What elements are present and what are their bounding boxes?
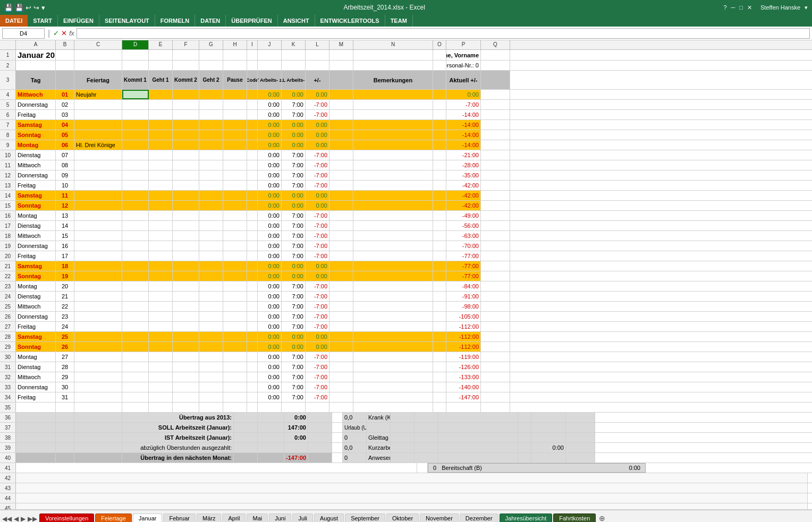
cell-A7[interactable]: Samstag [16,120,56,130]
cell-G11[interactable] [199,160,223,170]
cell-O13[interactable] [433,181,446,190]
cell-K10[interactable]: 7:00 [282,150,306,160]
cell-D8[interactable] [122,130,149,140]
cell-B8[interactable]: 05 [56,130,74,140]
cell-N9[interactable] [353,140,433,150]
cell-D10[interactable] [122,150,149,160]
cell-F6[interactable] [173,110,199,119]
cell-E2[interactable] [149,61,173,70]
cell-J15[interactable]: 0:00 [258,201,282,210]
cell-I4[interactable] [247,90,258,99]
cell-M10[interactable] [329,150,353,160]
cell-A14[interactable]: Samstag [16,191,56,200]
cell-C2[interactable] [74,61,122,70]
tab-seitenlayout[interactable]: SEITENLAYOUT [99,15,155,27]
cell-O15[interactable] [433,201,446,210]
cell-Q7[interactable] [481,120,510,130]
tab-juli[interactable]: Juli [292,514,313,522]
cell-B12[interactable]: 09 [56,170,74,180]
cell-P4-aktuell[interactable]: 0:00 [446,90,481,99]
cell-A13[interactable]: Freitag [16,181,56,190]
cell-Q3[interactable] [481,71,510,89]
col-header-K[interactable]: K [282,40,306,49]
cell-G14[interactable] [199,191,223,200]
cell-D2[interactable] [122,61,149,70]
cell-N1[interactable] [353,50,433,60]
col-header-P[interactable]: P [446,40,481,49]
cell-J13[interactable]: 0:00 [258,181,282,190]
tab-ueberpruefen[interactable]: ÜBERPRÜFEN [226,15,277,27]
cell-C15[interactable] [74,201,122,210]
cell-F9[interactable] [173,140,199,150]
cell-I1[interactable] [247,50,258,60]
cell-G10[interactable] [199,150,223,160]
cell-C4-feiertag[interactable]: Neujahr [74,90,122,99]
cell-M6[interactable] [329,110,353,119]
cell-P8[interactable]: -14:00 [446,130,481,140]
cancel-formula-icon[interactable]: ✕ [61,29,67,37]
cell-J11[interactable]: 0:00 [258,160,282,170]
cell-M3[interactable] [329,71,353,89]
cell-M9[interactable] [329,140,353,150]
tab-maerz[interactable]: März [197,514,221,522]
cell-H9[interactable] [223,140,247,150]
add-sheet-button[interactable]: ⊕ [599,514,605,522]
cell-N12[interactable] [353,170,433,180]
cell-P11[interactable]: -28:00 [446,160,481,170]
cell-G8[interactable] [199,130,223,140]
tab-april[interactable]: April [222,514,246,522]
cell-A11[interactable]: Mittwoch [16,160,56,170]
tab-jahresuebersicht[interactable]: Jahresübersicht [500,514,553,522]
cell-K13[interactable]: 7:00 [282,181,306,190]
cell-G3[interactable]: Geht 2 [199,71,223,89]
cell-D13[interactable] [122,181,149,190]
cell-H4[interactable] [223,90,247,99]
tab-voreinstellungen[interactable]: Voreinstellungen [39,514,94,522]
cell-E7[interactable] [149,120,173,130]
cell-F5[interactable] [173,100,199,109]
cell-M12[interactable] [329,170,353,180]
cell-D6[interactable] [122,110,149,119]
tab-november[interactable]: November [420,514,459,522]
cell-D11[interactable] [122,160,149,170]
col-header-I[interactable]: I [247,40,258,49]
cell-I13[interactable] [247,181,258,190]
cell-H15[interactable] [223,201,247,210]
cell-F11[interactable] [173,160,199,170]
cell-I5[interactable] [247,100,258,109]
cell-N10[interactable] [353,150,433,160]
cell-F4[interactable] [173,90,199,99]
cell-C13[interactable] [74,181,122,190]
cell-L10[interactable]: -7:00 [306,150,329,160]
cell-L14[interactable]: 0:00 [306,191,329,200]
cell-I14[interactable] [247,191,258,200]
cell-C5[interactable] [74,100,122,109]
cell-P2[interactable]: Personal-Nr.: 0 [446,61,481,70]
cell-K3[interactable]: SOLL Arbeits- zeit [282,71,306,89]
col-header-O[interactable]: O [433,40,446,49]
cell-O4[interactable] [433,90,446,99]
col-header-F[interactable]: F [173,40,199,49]
cell-F14[interactable] [173,191,199,200]
cell-M4[interactable] [329,90,353,99]
tab-juni[interactable]: Juni [269,514,291,522]
cell-L4-pm[interactable]: 0:00 [306,90,329,99]
col-header-H[interactable]: H [223,40,247,49]
cell-K9[interactable]: 0:00 [282,140,306,150]
cell-I12[interactable] [247,170,258,180]
cell-P10[interactable]: -21:00 [446,150,481,160]
cell-O1[interactable] [433,50,446,60]
cell-L5[interactable]: -7:00 [306,100,329,109]
cell-K11[interactable]: 7:00 [282,160,306,170]
cell-D15[interactable] [122,201,149,210]
cell-N4[interactable] [353,90,433,99]
cell-D5[interactable] [122,100,149,109]
cell-D1[interactable] [122,50,149,60]
cell-B10[interactable]: 07 [56,150,74,160]
cell-K15[interactable]: 0:00 [282,201,306,210]
cell-Q4[interactable] [481,90,510,99]
tab-formeln[interactable]: FORMELN [155,15,195,27]
col-header-A[interactable]: A [16,40,56,49]
cell-I2[interactable] [247,61,258,70]
tab-nav-next[interactable]: ▶ [21,515,26,522]
